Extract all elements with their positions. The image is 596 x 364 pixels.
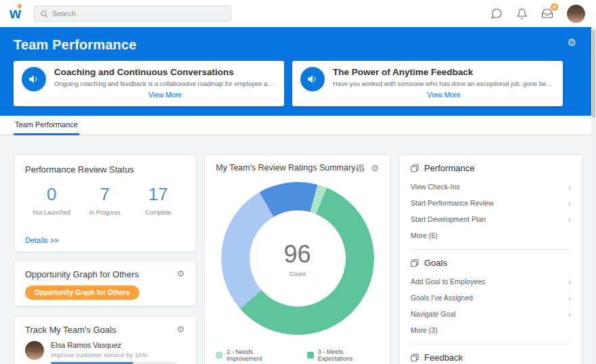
- action-label: Navigate Goal: [411, 310, 456, 318]
- section-performance: Performance View Check-Ins › Start Perfo…: [411, 155, 571, 250]
- chevron-right-icon: ›: [568, 277, 571, 286]
- inbox-icon[interactable]: 9: [541, 7, 553, 20]
- actions-panel-card: Performance View Check-Ins › Start Perfo…: [399, 154, 582, 364]
- stat-complete[interactable]: 17 Complete: [131, 184, 185, 216]
- announcement-body: The Power of Anytime Feedback Have you w…: [333, 67, 555, 100]
- track-team-goals-card: Track My Team's Goals ⚙ Elsa Ramos Vasqu…: [14, 316, 196, 364]
- donut-chart-wrap: 96 Count: [221, 182, 374, 335]
- search-icon: [40, 9, 48, 18]
- stat-value: 7: [78, 184, 132, 205]
- announcement-description: Have you worked with someone who has don…: [333, 80, 555, 87]
- card-title: Performance Review Status: [25, 164, 185, 175]
- chevron-right-icon: ›: [568, 294, 571, 302]
- section-title: Performance: [424, 163, 474, 173]
- section-title: Feedback: [424, 352, 463, 363]
- action-label: Start Development Plan: [411, 215, 486, 223]
- announcement-card-coaching[interactable]: Coaching and Continuous Conversations On…: [14, 61, 284, 106]
- chart-legend: 2 - Needs Improvement 3 - Meets Expectat…: [216, 348, 379, 362]
- action-add-goal-to-employees[interactable]: Add Goal to Employees ›: [411, 273, 571, 290]
- card-title: Track My Team's Goals: [25, 325, 116, 335]
- tab-team-performance[interactable]: Team Performance: [14, 116, 79, 135]
- announcement-card-feedback[interactable]: The Power of Anytime Feedback Have you w…: [292, 61, 563, 106]
- action-start-development-plan[interactable]: Start Development Plan ›: [411, 211, 571, 227]
- chevron-right-icon: ›: [568, 310, 571, 319]
- app-root: w 9: [0, 0, 596, 364]
- announcement-title: The Power of Anytime Feedback: [333, 67, 555, 77]
- announcement-description: Ongoing coaching and feedback is a colla…: [54, 80, 276, 87]
- card-head: Track My Team's Goals ⚙: [25, 325, 185, 335]
- employee-goal-row[interactable]: Elsa Ramos Vasquez Improve customer serv…: [25, 341, 185, 364]
- action-goals-more[interactable]: More (3): [411, 322, 571, 338]
- section-cards-icon: [411, 259, 419, 267]
- section-goals: Goals Add Goal to Employees › Goals I've…: [411, 250, 571, 344]
- workday-logo-icon[interactable]: w: [8, 4, 27, 23]
- stat-value: 0: [25, 184, 78, 205]
- chevron-right-icon: ›: [568, 183, 571, 191]
- action-navigate-goal[interactable]: Navigate Goal ›: [411, 306, 571, 322]
- announcement-title: Coaching and Continuous Conversations: [54, 67, 276, 77]
- legend-swatch: [216, 352, 223, 359]
- section-feedback: Feedback: [411, 344, 571, 364]
- legend-item[interactable]: 3 - Meets Expectations: [307, 348, 379, 362]
- announcement-cards: Coaching and Continuous Conversations On…: [14, 61, 563, 106]
- performance-review-status-card: Performance Review Status 0 Not Launched…: [14, 154, 196, 252]
- donut-count-label: Count: [289, 271, 305, 277]
- review-ratings-summary-card: My Team's Review Ratings Summary ⚙ 96 Co…: [204, 154, 390, 364]
- notifications-bell-icon[interactable]: [516, 8, 528, 20]
- card-title: My Team's Review Ratings Summary: [216, 163, 355, 173]
- stat-not-launched[interactable]: 0 Not Launched: [25, 184, 78, 216]
- donut-count-value: 96: [283, 240, 311, 269]
- search-input[interactable]: [52, 9, 225, 18]
- scrollbar-track[interactable]: [591, 27, 596, 364]
- stat-label: In Progress: [78, 209, 132, 216]
- card-settings-gear-icon[interactable]: ⚙: [177, 325, 185, 334]
- employee-avatar: [25, 341, 44, 360]
- stat-value: 17: [131, 184, 185, 205]
- filter-sliders-icon[interactable]: [356, 164, 365, 173]
- action-performance-more[interactable]: More (5): [411, 227, 571, 244]
- employee-goal-text: Improve customer service by 10%: [51, 351, 176, 359]
- action-label: More (5): [411, 231, 438, 240]
- chat-icon[interactable]: [490, 7, 503, 20]
- announcement-body: Coaching and Continuous Conversations On…: [54, 67, 276, 100]
- card-head: My Team's Review Ratings Summary ⚙: [216, 163, 379, 173]
- scrollbar-thumb[interactable]: [592, 30, 595, 118]
- chevron-right-icon: ›: [568, 199, 571, 208]
- legend-label: 3 - Meets Expectations: [318, 348, 379, 362]
- action-label: Goals I've Assigned: [411, 294, 473, 302]
- legend-item[interactable]: 2 - Needs Improvement: [216, 348, 290, 362]
- action-start-performance-review[interactable]: Start Performance Review ›: [411, 195, 571, 211]
- card-settings-gear-icon[interactable]: ⚙: [371, 164, 379, 173]
- card-title: Opportunity Graph for Others: [25, 269, 139, 279]
- action-label: Add Goal to Employees: [411, 277, 485, 286]
- action-label: More (3): [411, 326, 438, 334]
- details-link[interactable]: Details >>: [25, 236, 59, 244]
- opportunity-graph-button[interactable]: Opportunity Graph for Others: [25, 286, 139, 300]
- action-label: View Check-Ins: [411, 183, 460, 191]
- card-head: Opportunity Graph for Others ⚙: [25, 269, 185, 279]
- topbar: w 9: [0, 0, 596, 27]
- action-view-check-ins[interactable]: View Check-Ins ›: [411, 179, 571, 195]
- stat-in-progress[interactable]: 7 In Progress: [78, 184, 132, 216]
- banner-settings-gear-icon[interactable]: ⚙: [568, 37, 576, 47]
- card-head-icons: ⚙: [356, 164, 379, 173]
- banner: Team Performance ⚙ Coaching and Continuo…: [0, 27, 591, 116]
- announcement-speaker-icon: [300, 67, 325, 91]
- stat-label: Not Launched: [25, 209, 78, 216]
- section-title: Goals: [424, 258, 447, 268]
- view-more-link[interactable]: View More: [333, 91, 555, 99]
- search-bar[interactable]: [34, 5, 231, 22]
- page-title: Team Performance: [14, 37, 137, 53]
- topbar-icons: 9: [490, 5, 585, 23]
- employee-name: Elsa Ramos Vasquez: [51, 341, 176, 349]
- user-avatar[interactable]: [567, 5, 585, 23]
- employee-goal-info: Elsa Ramos Vasquez Improve customer serv…: [51, 341, 176, 364]
- opportunity-graph-card: Opportunity Graph for Others ⚙ Opportuni…: [14, 260, 196, 306]
- view-more-link[interactable]: View More: [54, 91, 276, 99]
- card-settings-gear-icon[interactable]: ⚙: [177, 269, 185, 278]
- section-cards-icon: [411, 354, 419, 362]
- legend-swatch: [307, 352, 314, 359]
- action-goals-ive-assigned[interactable]: Goals I've Assigned ›: [411, 290, 571, 306]
- announcement-speaker-icon: [22, 67, 46, 91]
- section-head: Feedback: [411, 352, 571, 363]
